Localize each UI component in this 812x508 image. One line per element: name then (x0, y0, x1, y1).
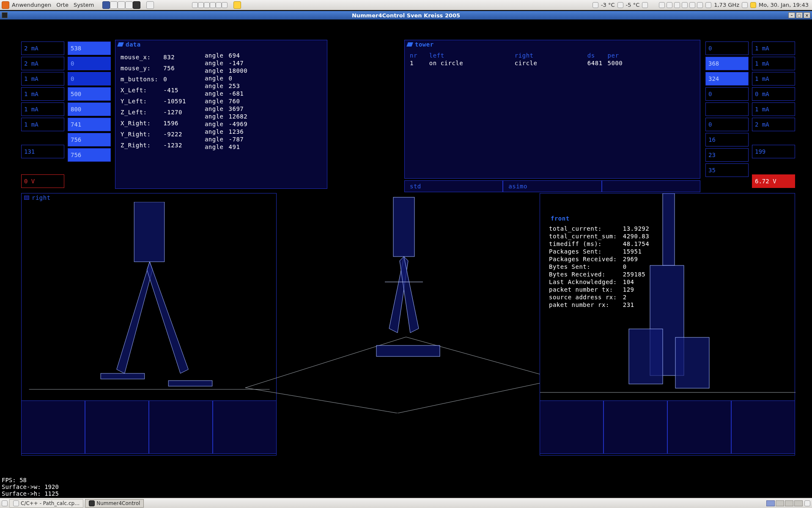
status-cell[interactable]: 1 mA (752, 102, 795, 116)
status-cell[interactable]: 1 mA (21, 118, 64, 131)
tray-icon[interactable] (204, 2, 210, 8)
workspace-2[interactable] (776, 500, 784, 506)
data-label: mouse_y: (121, 63, 162, 73)
battery-icon[interactable] (705, 2, 711, 8)
tab-cell[interactable] (85, 400, 149, 454)
ubuntu-icon[interactable] (2, 1, 9, 9)
menu-places[interactable]: Orte (54, 2, 71, 8)
launcher-calculator-icon[interactable] (133, 1, 140, 9)
tab-cell[interactable] (213, 400, 277, 454)
tray-misc-icon[interactable] (659, 2, 665, 8)
weather1-icon[interactable] (593, 2, 598, 8)
menu-system[interactable]: System (71, 2, 96, 8)
left-status-col-b: 131 (21, 145, 64, 158)
svg-rect-0 (134, 202, 165, 262)
tab-cell[interactable] (604, 400, 667, 454)
status-cell[interactable]: 0 (705, 41, 749, 55)
data-label: m_buttons: (121, 74, 162, 84)
launcher-clock-icon[interactable] (118, 1, 125, 9)
data-value: -415 (163, 85, 190, 95)
warning-icon[interactable] (750, 2, 756, 8)
status-cell[interactable]: 131 (21, 145, 64, 158)
tray-bulb-icon[interactable] (682, 2, 688, 8)
status-cell[interactable] (705, 102, 749, 116)
task-nummer4control[interactable]: Nummer4Control (85, 499, 144, 508)
window-titlebar: Nummer4Control Sven Kreiss 2005 – ▢ × (0, 11, 812, 19)
status-cell[interactable]: 368 (705, 57, 749, 70)
voltage-left[interactable]: 0 V (21, 174, 64, 188)
data-value: -9222 (163, 129, 190, 139)
tab-cell[interactable] (667, 400, 731, 454)
fill-cell[interactable]: 756 (68, 133, 111, 146)
status-cell[interactable]: 2 mA (21, 57, 64, 70)
status-cell[interactable]: 35 (705, 163, 749, 177)
status-cell[interactable]: 2 mA (21, 41, 64, 55)
hazard-icon[interactable] (233, 1, 241, 9)
data-value: -147 (229, 60, 252, 66)
fill-cell[interactable]: 756 (68, 148, 111, 162)
status-cell[interactable]: 23 (705, 148, 749, 162)
status-cell[interactable]: 0 (705, 87, 749, 101)
launcher-weather-icon[interactable] (125, 1, 133, 9)
status-cell[interactable]: 1 mA (21, 72, 64, 86)
trash-icon[interactable] (804, 500, 810, 506)
task-eclipse[interactable]: C/C++ - Path_calc.cp… (9, 499, 83, 508)
tray-icon[interactable] (192, 2, 198, 8)
status-cell[interactable]: 1 mA (752, 72, 795, 86)
stat-value: 13.9292 (623, 225, 655, 232)
cpu-icon[interactable] (742, 2, 748, 8)
fill-cell[interactable]: 800 (68, 102, 111, 116)
show-desktop-icon[interactable] (2, 500, 8, 506)
launcher-evolution-icon[interactable] (110, 1, 118, 9)
voltage-right[interactable]: 6.72 V (752, 174, 795, 188)
stat-value: 48.1754 (623, 240, 655, 247)
fill-cell[interactable]: 500 (68, 87, 111, 101)
status-cell[interactable]: 1 mA (21, 102, 64, 116)
window-close-button[interactable]: × (804, 12, 810, 18)
fill-cell[interactable]: 0 (68, 72, 111, 86)
status-cell[interactable]: 0 (705, 118, 749, 131)
stat-value: 0 (623, 263, 655, 270)
fill-cell[interactable]: 0 (68, 57, 111, 70)
tray-music-icon[interactable] (674, 2, 680, 8)
surface-info: FPS: 58 Surface->w: 1920 Surface->h: 112… (2, 477, 59, 497)
status-cell[interactable]: 324 (705, 72, 749, 86)
tray-screen-icon[interactable] (689, 2, 695, 8)
stat-value: 2 (623, 294, 655, 301)
status-cell[interactable]: 2 mA (752, 118, 795, 131)
calendar-icon[interactable] (642, 2, 648, 8)
workspace-switcher[interactable] (766, 500, 803, 506)
launcher-eclipse-icon[interactable] (146, 1, 154, 9)
status-cell[interactable]: 1 mA (752, 41, 795, 55)
launcher-firefox-icon[interactable] (102, 1, 110, 9)
workspace-4[interactable] (794, 500, 803, 506)
status-cell[interactable]: 1 mA (21, 87, 64, 101)
status-cell[interactable]: 16 (705, 133, 749, 146)
tray-icon[interactable] (222, 2, 228, 8)
fill-cell[interactable]: 538 (68, 41, 111, 55)
menu-applications[interactable]: Anwendungen (9, 2, 54, 8)
tab-cell[interactable] (21, 400, 85, 454)
data-value: 0 (229, 75, 252, 82)
status-cell[interactable]: 0 mA (752, 87, 795, 101)
tab-cell[interactable] (540, 400, 604, 454)
tray-icon[interactable] (216, 2, 222, 8)
tray-icon[interactable] (210, 2, 216, 8)
mode-empty-button[interactable] (602, 180, 700, 192)
window-minimize-button[interactable]: – (788, 12, 795, 18)
tab-cell[interactable] (149, 400, 213, 454)
tab-cell[interactable] (731, 400, 795, 454)
tray-icon[interactable] (198, 2, 204, 8)
weather2-icon[interactable] (617, 2, 623, 8)
window-maximize-button[interactable]: ▢ (796, 12, 803, 18)
workspace-3[interactable] (785, 500, 793, 506)
status-cell[interactable]: 199 (752, 145, 795, 158)
tray-network-icon[interactable] (667, 2, 672, 8)
workspace-1[interactable] (766, 500, 775, 506)
data-value: 253 (229, 83, 252, 89)
fill-cell[interactable]: 741 (68, 118, 111, 131)
status-cell[interactable]: 1 mA (752, 57, 795, 70)
viewport-center[interactable] (237, 176, 567, 413)
stat-value: 259185 (623, 271, 655, 278)
tray-volume-icon[interactable] (697, 2, 703, 8)
